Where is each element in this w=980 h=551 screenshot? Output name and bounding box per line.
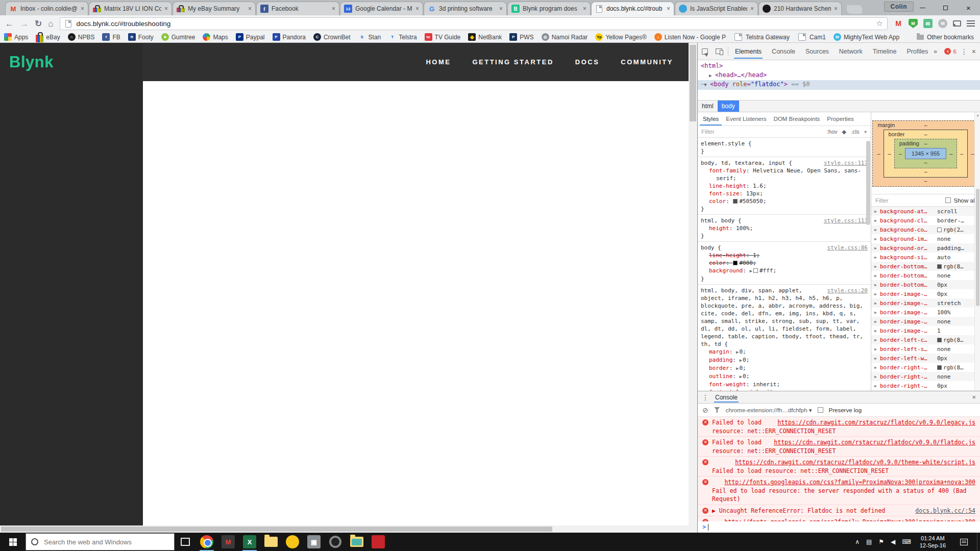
computed-property-row[interactable]: ▶ border-image-… 0px xyxy=(871,289,974,298)
console-source-link[interactable]: https://cdn.rawgit.com/rstacruz/flatdoc/… xyxy=(777,418,975,427)
bookmark-item[interactable]: Apps xyxy=(4,33,28,41)
console-error-row[interactable]: ✕ http://fonts.googleapis.com/css?family… xyxy=(698,516,980,521)
filter-icon[interactable] xyxy=(714,407,720,413)
styles-sidebar-tab[interactable]: DOM Breakpoints xyxy=(771,112,823,126)
expand-arrow-icon[interactable]: ▶ xyxy=(874,246,880,251)
expand-arrow-icon[interactable]: ▶ xyxy=(874,338,880,342)
styles-filter-input[interactable]: Filter xyxy=(701,129,822,135)
breadcrumb-item[interactable]: body xyxy=(718,101,739,112)
box-model-border[interactable]: border– – padding– – 1345 × 955 – – xyxy=(884,130,968,178)
console-source-link[interactable]: https://cdn.rawgit.com/rstacruz/flatdoc/… xyxy=(774,438,975,447)
computed-scrollbar[interactable]: ▲ xyxy=(974,112,980,391)
computed-property-row[interactable]: ▶ border-bottom… rgb(8… xyxy=(871,262,974,271)
console-error-row[interactable]: ✕ https://cdn.rawgit.com/rstacruz/flatdo… xyxy=(698,457,980,477)
dom-node-head[interactable]: ▶<head>…</head> xyxy=(701,71,978,81)
taskbar-app-button[interactable] xyxy=(346,533,368,551)
expand-arrow-icon[interactable]: ▶ xyxy=(874,374,880,379)
preserve-log-checkbox[interactable] xyxy=(818,407,823,413)
bookmark-item[interactable]: ◆ NetBank xyxy=(468,33,502,41)
dom-node-html[interactable]: <html> xyxy=(701,62,978,71)
close-button[interactable]: × xyxy=(957,0,980,15)
new-rule-button[interactable]: + xyxy=(864,129,867,135)
breadcrumb-item[interactable]: html xyxy=(698,101,718,112)
bookmark-item[interactable]: P Paypal xyxy=(236,33,265,41)
styles-scrollbar-thumb[interactable] xyxy=(866,141,870,225)
site-nav-link[interactable]: COMMUNITY xyxy=(621,58,673,66)
bookmark-item[interactable]: T Telstra xyxy=(388,33,416,41)
expand-arrow-icon[interactable]: ▶ xyxy=(874,310,880,315)
bookmark-item[interactable]: M MightyText Web App xyxy=(834,33,899,41)
taskbar-clock[interactable]: 01:24 AM 12-Sep-16 xyxy=(918,535,948,549)
css-property-line[interactable]: line-height: 1; xyxy=(701,252,868,259)
computed-property-row[interactable]: ▶ border-right-… 0px xyxy=(871,381,974,390)
console-error-row[interactable]: ✕ https://cdn.rawgit.com/rstacruz/flatdo… xyxy=(698,417,980,437)
computed-property-row[interactable]: ▶ border-image-… 100% xyxy=(871,308,974,317)
browser-tab[interactable]: Matrix 18V LI ION Co × xyxy=(89,2,172,15)
element-state-icon[interactable]: ◆ xyxy=(842,129,846,135)
computed-property-row[interactable]: ▶ background-at… scroll xyxy=(871,207,974,216)
css-property-line[interactable]: font-weight: inherit; xyxy=(701,381,868,388)
bookmark-item[interactable]: ♪ Listen Now - Google P xyxy=(654,33,726,41)
device-toolbar-icon[interactable] xyxy=(716,48,722,54)
restore-button[interactable] xyxy=(934,0,957,15)
more-tabs-icon[interactable]: » xyxy=(934,48,937,55)
search-input[interactable] xyxy=(43,538,169,546)
page-horizontal-scrollbar[interactable] xyxy=(0,525,689,533)
devtools-close-icon[interactable]: × xyxy=(972,47,976,56)
tray-icon[interactable]: ⚑ xyxy=(878,539,884,545)
minimize-button[interactable] xyxy=(911,0,934,15)
taskbar-app-button[interactable] xyxy=(368,533,389,551)
bookmark-item[interactable]: Yp Yellow Pages® xyxy=(595,33,646,41)
stylesheet-link[interactable]: style.css:20 xyxy=(827,287,868,294)
css-property-line[interactable]: font-size: 13px; xyxy=(701,190,868,197)
css-rule[interactable]: style.css:111html, body { height: 100%; … xyxy=(698,215,871,242)
new-tab-button[interactable] xyxy=(847,5,862,14)
bookmark-item[interactable]: Telstra Gateway xyxy=(733,33,790,41)
forward-button[interactable]: → xyxy=(20,19,29,28)
taskbar-app-button[interactable]: X xyxy=(239,533,260,551)
css-rule[interactable]: style.css:20html, body, div, span, apple… xyxy=(698,285,871,391)
css-property-line[interactable]: outline: ▶0; xyxy=(701,372,868,381)
expand-arrow-icon[interactable]: ▶ xyxy=(874,209,880,214)
css-property-line[interactable]: font-family: Helvetica Neue, Open Sans, … xyxy=(701,167,868,182)
devtools-tab[interactable]: Timeline xyxy=(872,44,898,59)
reload-button[interactable]: ↻ xyxy=(35,19,42,28)
expand-arrow-icon[interactable]: ▶ xyxy=(874,283,880,287)
bookmark-item[interactable]: Cam1 xyxy=(797,33,826,41)
clear-console-icon[interactable]: ⊘ xyxy=(702,407,708,414)
computed-filter-input[interactable]: Filter xyxy=(875,197,942,204)
computed-property-row[interactable]: ▶ border-left-w… 0px xyxy=(871,354,974,363)
taskbar-app-button[interactable] xyxy=(260,533,282,551)
show-all-checkbox[interactable] xyxy=(945,197,951,203)
class-toggle-button[interactable]: .cls xyxy=(851,129,860,135)
console-error-row[interactable]: ✕ http://fonts.googleapis.com/css?family… xyxy=(698,477,980,505)
action-center-button[interactable] xyxy=(954,539,973,545)
collapse-arrow-icon[interactable]: ▼ xyxy=(704,81,710,90)
tray-icon[interactable]: ▤ xyxy=(866,539,872,545)
bookmark-item[interactable]: ♣ Gumtree xyxy=(161,33,195,41)
computed-property-row[interactable]: ▶ border-right-… none xyxy=(871,372,974,381)
bookmark-item[interactable]: S Stan xyxy=(358,33,381,41)
computed-property-row[interactable]: ▶ border-top-co… rgb(8… xyxy=(871,390,974,391)
inspect-element-icon[interactable] xyxy=(702,48,708,55)
profile-button[interactable]: Colin xyxy=(884,2,914,12)
css-property-line[interactable]: padding: ▶0; xyxy=(701,356,868,364)
taskbar-app-button[interactable]: ▣ xyxy=(303,533,325,551)
browser-tab[interactable]: 210 Hardware Schem × xyxy=(758,2,842,15)
styles-sidebar-tab[interactable]: Event Listeners xyxy=(723,112,769,126)
expand-arrow-icon[interactable]: ▶ xyxy=(874,218,880,223)
styles-sidebar-tab[interactable]: Properties xyxy=(824,112,856,126)
bookmark-item[interactable]: Maps xyxy=(203,33,228,41)
dom-node-body-selected[interactable]: ⋯▼<body role="flatdoc"> == $0 xyxy=(698,80,980,90)
tray-icon[interactable]: ∧ xyxy=(855,539,860,545)
devtools-tab[interactable]: Console xyxy=(771,44,796,59)
task-view-button[interactable] xyxy=(175,533,196,551)
page-vertical-scrollbar[interactable] xyxy=(689,43,697,525)
execution-context-selector[interactable]: chrome-extension://fh…dfchfph ▾ xyxy=(726,407,812,414)
color-swatch[interactable] xyxy=(733,261,738,265)
css-property-line[interactable]: border: ▶0; xyxy=(701,364,868,372)
devtools-tab[interactable]: Elements xyxy=(734,44,763,59)
expand-arrow-icon[interactable]: ▶ xyxy=(874,273,880,278)
computed-property-row[interactable]: ▶ border-bottom… none xyxy=(871,271,974,280)
devtools-menu-icon[interactable]: ⋮ xyxy=(961,47,968,56)
